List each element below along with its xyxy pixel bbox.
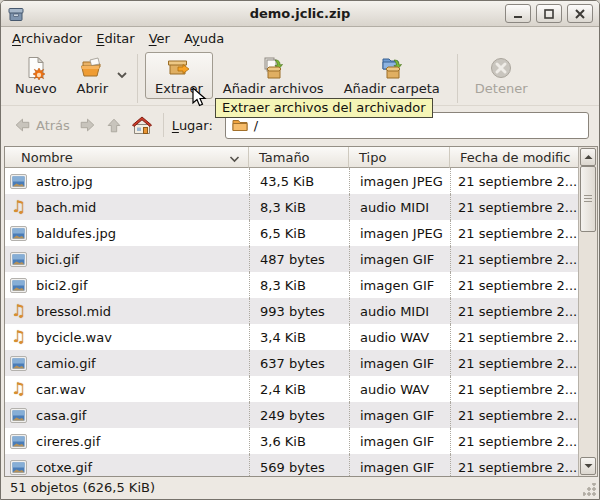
table-row[interactable]: baldufes.jpg 6,5 KiB imagen JPEG 21 sept… [5,220,579,246]
table-row[interactable]: camio.gif 637 bytes imagen GIF 21 septie… [5,350,579,376]
titlebar[interactable]: demo.jclic.zip [1,1,599,27]
file-date-cell: 21 septiembre 2... [450,402,579,428]
file-name-cell: ♫bycicle.wav [5,329,249,346]
table-row[interactable]: astro.jpg 43,5 KiB imagen JPEG 21 septie… [5,168,579,194]
table-row[interactable]: ♫bach.mid 8,3 KiB audio MIDI 21 septiemb… [5,194,579,220]
file-size-cell: 8,3 KiB [249,272,349,298]
extract-button-label: Extraer [155,81,203,96]
menu-archivador[interactable]: Archivador [5,29,89,48]
file-date-cell: 21 septiembre 2... [450,324,579,350]
file-name-cell: camio.gif [5,355,249,372]
scrollbar-thumb[interactable] [580,166,596,232]
maximize-button[interactable] [536,4,562,23]
scroll-up-icon [584,154,593,160]
forward-button [74,113,101,137]
file-list: astro.jpg 43,5 KiB imagen JPEG 21 septie… [5,168,579,476]
audio-file-icon: ♫ [11,329,25,345]
file-date-cell: 21 septiembre 2... [450,220,579,246]
menu-ayuda[interactable]: Ayuda [177,29,231,48]
stop-button-label: Detener [475,81,528,96]
home-icon [131,115,153,135]
close-button[interactable] [567,4,593,23]
forward-arrow-icon [78,116,97,134]
open-dropdown-button[interactable] [116,52,128,83]
file-type-cell: imagen JPEG [349,220,450,246]
column-header-tamano[interactable]: Tamaño [249,147,349,168]
resize-grip[interactable] [583,483,596,496]
add-folder-button[interactable]: Añadir carpeta [334,52,450,99]
table-header: Nombre Tamaño Tipo Fecha de modific [5,147,579,168]
file-name-cell: cireres.gif [5,433,249,450]
file-date-cell: 21 septiembre 2... [450,350,579,376]
file-size-cell: 6,5 KiB [249,220,349,246]
back-button-label: Atrás [36,118,70,133]
new-button-label: Nuevo [15,81,57,96]
up-button [101,113,127,138]
file-type-cell: imagen GIF [349,402,450,428]
column-header-nombre[interactable]: Nombre [5,147,249,168]
file-type-cell: imagen GIF [349,272,450,298]
add-files-button[interactable]: Añadir archivos [213,52,334,99]
file-type-cell: audio MIDI [349,298,450,324]
column-header-fecha[interactable]: Fecha de modific [450,147,579,168]
archive-manager-window: demo.jclic.zip Archivador Editar Ver Ayu… [0,0,600,500]
location-label: Lugar: [172,118,213,133]
table-row[interactable]: bici.gif 487 bytes imagen GIF 21 septiem… [5,246,579,272]
archive-app-icon [7,5,25,23]
file-name-cell: ♫bach.mid [5,199,249,216]
file-date-cell: 21 septiembre 2... [450,376,579,402]
minimize-button[interactable] [505,4,531,23]
scroll-down-icon [584,463,593,469]
file-type-cell: imagen GIF [349,246,450,272]
file-type-cell: imagen GIF [349,428,450,454]
table-row[interactable]: casa.gif 249 bytes imagen GIF 21 septiem… [5,402,579,428]
new-document-icon [24,56,48,80]
file-size-cell: 3,4 KiB [249,324,349,350]
file-name-cell: baldufes.jpg [5,225,249,242]
menu-ver[interactable]: Ver [142,29,177,48]
location-path: / [254,118,258,133]
table-row[interactable]: ♫bycicle.wav 3,4 KiB audio WAV 21 septie… [5,324,579,350]
vertical-scrollbar[interactable] [578,147,597,476]
image-file-icon [10,226,27,241]
table-row[interactable]: cotxe.gif 569 bytes imagen GIF 21 septie… [5,454,579,476]
up-arrow-icon [105,116,123,135]
sort-indicator-icon [229,151,240,166]
file-name-cell: astro.jpg [5,173,249,190]
scroll-down-button[interactable] [580,457,596,475]
open-button[interactable]: Abrir [67,52,118,99]
table-row[interactable]: cireres.gif 3,6 KiB imagen GIF 21 septie… [5,428,579,454]
image-file-icon [10,408,27,423]
audio-file-icon: ♫ [11,199,25,215]
file-size-cell: 249 bytes [249,402,349,428]
file-size-cell: 637 bytes [249,350,349,376]
file-name-cell: bici2.gif [5,277,249,294]
folder-icon [232,118,248,132]
back-button: Atrás [9,113,74,137]
file-date-cell: 21 septiembre 2... [450,454,579,476]
tooltip: Extraer archivos del archivador [215,98,433,118]
file-size-cell: 43,5 KiB [249,168,349,194]
table-row[interactable]: ♫bressol.mid 993 bytes audio MIDI 21 sep… [5,298,579,324]
file-size-cell: 993 bytes [249,298,349,324]
add-folder-button-label: Añadir carpeta [344,81,440,96]
file-date-cell: 21 septiembre 2... [450,298,579,324]
menu-editar[interactable]: Editar [89,29,142,48]
add-folder-icon [380,56,404,80]
scroll-up-button[interactable] [580,148,596,166]
new-button[interactable]: Nuevo [5,52,67,99]
extract-button[interactable]: Extraer [145,52,213,99]
table-row[interactable]: bici2.gif 8,3 KiB imagen GIF 21 septiemb… [5,272,579,298]
stop-icon [489,56,513,80]
image-file-icon [10,174,27,189]
minimize-icon [512,9,524,19]
file-size-cell: 8,3 KiB [249,194,349,220]
back-arrow-icon [13,116,32,134]
status-text: 51 objetos (626,5 KiB) [10,480,155,495]
home-button[interactable] [127,112,157,138]
image-file-icon [10,356,27,371]
location-separator [163,113,164,137]
file-type-cell: imagen GIF [349,350,450,376]
table-row[interactable]: ♫car.wav 2,4 KiB audio WAV 21 septiembre… [5,376,579,402]
column-header-tipo[interactable]: Tipo [349,147,450,168]
